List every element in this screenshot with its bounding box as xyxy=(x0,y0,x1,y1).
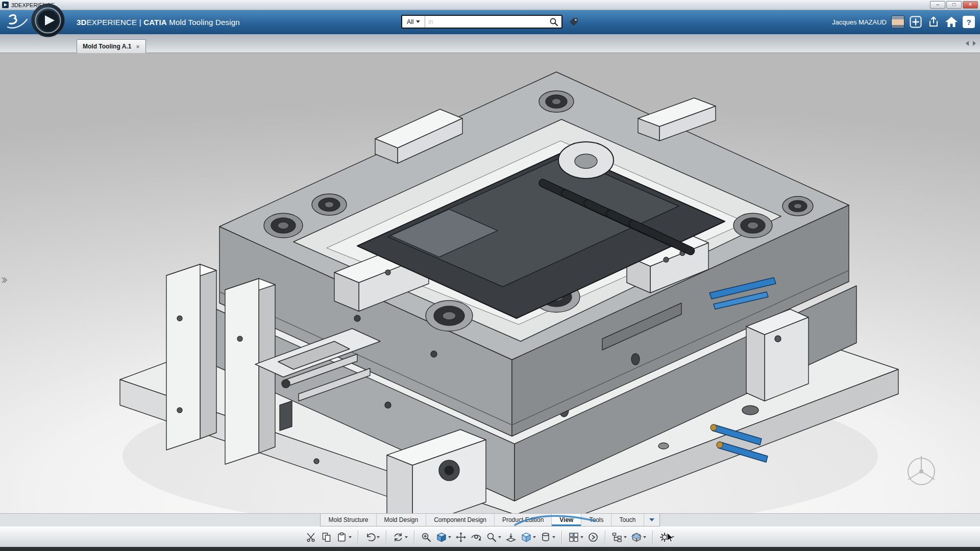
multiview-button[interactable] xyxy=(566,529,585,545)
chevron-down-icon[interactable] xyxy=(349,536,352,538)
chevron-down-icon[interactable] xyxy=(448,536,451,538)
chevron-down-icon[interactable] xyxy=(624,536,627,538)
settings-button[interactable] xyxy=(657,529,676,545)
turntable-icon xyxy=(540,532,551,543)
cut-icon xyxy=(306,532,317,543)
search-icon xyxy=(549,17,558,27)
undo-button[interactable] xyxy=(362,529,382,545)
update-button[interactable] xyxy=(390,529,410,545)
settings-gear-icon xyxy=(659,532,670,543)
tabs-expand-button[interactable] xyxy=(644,514,659,526)
tab-scroll-right-icon[interactable] xyxy=(973,41,976,46)
document-tab-bar: Mold Tooling A.1 × xyxy=(0,34,980,53)
chevron-right-icon xyxy=(1,277,7,284)
chevron-down-icon xyxy=(649,518,654,521)
paste-icon xyxy=(336,532,348,543)
multiview-grid-icon xyxy=(568,532,579,543)
tab-component-design[interactable]: Component Design xyxy=(426,514,495,526)
brand-3d: 3D xyxy=(77,18,87,27)
help-glyph: ? xyxy=(966,18,971,27)
tag-icon xyxy=(569,17,579,27)
toolbar-separator xyxy=(386,531,386,544)
chevron-down-icon[interactable] xyxy=(580,536,583,538)
3d-compass-emblem[interactable] xyxy=(31,3,65,40)
chevron-down-icon xyxy=(416,20,420,23)
undo-icon xyxy=(364,532,376,543)
mold-assembly-model[interactable] xyxy=(0,53,980,513)
title-divider: | xyxy=(137,18,143,27)
view-compass[interactable] xyxy=(908,456,935,485)
zoom-icon xyxy=(486,532,497,543)
tab-view[interactable]: View xyxy=(552,514,581,526)
normal-view-button[interactable] xyxy=(503,529,519,545)
tab-product-edition[interactable]: Product Edition xyxy=(495,514,552,526)
tab-mold-design[interactable]: Mold Design xyxy=(377,514,427,526)
fit-all-button[interactable] xyxy=(434,529,453,545)
search-input[interactable] xyxy=(425,18,546,26)
chevron-down-icon[interactable] xyxy=(552,536,555,538)
home-button[interactable] xyxy=(945,15,958,29)
toolbar-separator xyxy=(414,531,414,544)
update-icon xyxy=(393,532,404,543)
rotate-button[interactable] xyxy=(469,529,484,545)
document-tab-label: Mold Tooling A.1 xyxy=(83,43,131,50)
design-tree-button[interactable] xyxy=(609,529,629,545)
home-icon xyxy=(945,16,958,28)
zoom-in-button[interactable] xyxy=(419,529,434,545)
chevron-down-icon[interactable] xyxy=(377,536,380,538)
search-filter-dropdown[interactable]: All xyxy=(402,16,425,28)
rotate-icon xyxy=(471,532,482,543)
paste-button[interactable] xyxy=(334,529,354,545)
chevron-down-icon[interactable] xyxy=(671,536,674,538)
zoom-in-icon xyxy=(421,532,432,543)
document-tab-close-icon[interactable]: × xyxy=(136,43,140,51)
share-button[interactable] xyxy=(927,15,940,29)
toolbar-separator xyxy=(358,531,358,544)
tab-scroll-left-icon[interactable] xyxy=(966,41,969,46)
tab-tools[interactable]: Tools xyxy=(581,514,611,526)
iso-view-button[interactable] xyxy=(519,529,538,545)
brand-catia: CATIA xyxy=(143,18,167,27)
section-cube-icon xyxy=(631,532,642,543)
chevron-down-icon[interactable] xyxy=(498,536,501,538)
turntable-button[interactable] xyxy=(538,529,557,545)
help-button[interactable]: ? xyxy=(963,16,975,28)
iso-view-cube-icon xyxy=(521,532,532,543)
user-avatar[interactable] xyxy=(891,15,904,29)
app-title: 3DEXPERIENCE | CATIA Mold Tooling Design xyxy=(77,10,240,34)
window-icon xyxy=(2,2,9,8)
tab-touch[interactable]: Touch xyxy=(611,514,644,526)
zoom-button[interactable] xyxy=(484,529,503,545)
close-button[interactable]: × xyxy=(963,1,978,9)
more-views-button[interactable] xyxy=(585,529,601,545)
more-icon xyxy=(587,532,599,543)
toolbar-separator xyxy=(652,531,653,544)
copy-button[interactable] xyxy=(319,529,334,545)
model-viewport[interactable] xyxy=(0,53,980,513)
chevron-down-icon[interactable] xyxy=(643,536,646,538)
chevron-down-icon[interactable] xyxy=(533,536,536,538)
minimize-button[interactable]: – xyxy=(930,1,945,9)
action-toolbar xyxy=(0,527,980,547)
document-tab[interactable]: Mold Tooling A.1 × xyxy=(77,39,146,53)
toolbar-separator xyxy=(605,531,605,544)
search-button[interactable] xyxy=(546,16,561,28)
plus-icon xyxy=(910,16,922,28)
tags-button[interactable] xyxy=(569,17,579,27)
tab-mold-structure[interactable]: Mold Structure xyxy=(321,514,376,526)
normal-view-icon xyxy=(505,532,517,543)
toolbar-separator xyxy=(561,531,562,544)
action-bar-tabs: Mold Structure Mold Design Component Des… xyxy=(0,513,980,527)
maximize-button[interactable]: □ xyxy=(946,1,962,9)
fit-all-cube-icon xyxy=(436,532,447,543)
cut-button[interactable] xyxy=(304,529,319,545)
panel-expander[interactable] xyxy=(1,277,7,286)
pan-icon xyxy=(455,532,467,543)
chevron-down-icon[interactable] xyxy=(405,536,408,538)
section-button[interactable] xyxy=(629,529,648,545)
status-bar xyxy=(0,547,980,551)
brand-experience: EXPERIENCE xyxy=(87,18,137,27)
window-title: 3DEXPERIENCE xyxy=(11,2,930,8)
pan-button[interactable] xyxy=(453,529,469,545)
add-content-button[interactable] xyxy=(909,15,922,29)
